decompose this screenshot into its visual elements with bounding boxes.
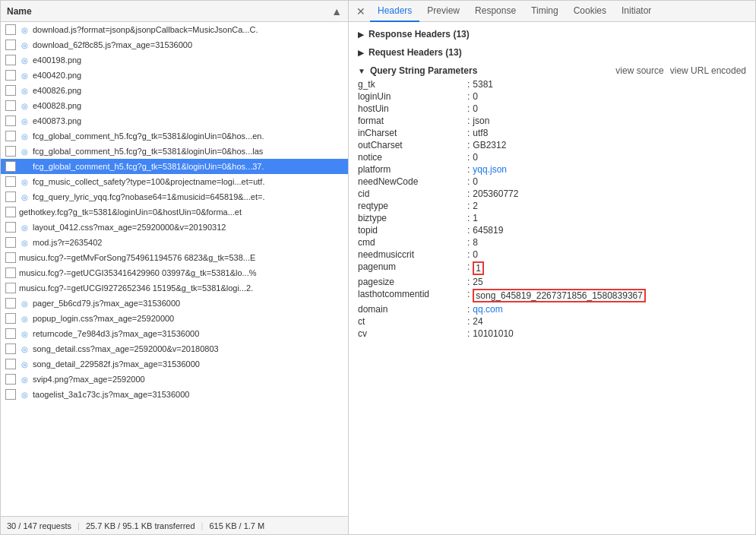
file-name-label: e400198.png <box>33 55 81 65</box>
file-list-item[interactable]: ◎fcg_global_comment_h5.fcg?g_tk=5381&log… <box>1 144 348 159</box>
param-colon: : <box>467 164 470 175</box>
query-actions: view source view URL encoded <box>615 65 746 76</box>
tab-cookies[interactable]: Cookies <box>566 1 614 22</box>
file-checkbox[interactable] <box>5 176 16 187</box>
param-colon: : <box>467 152 470 163</box>
response-headers-title: Response Headers (13) <box>369 29 470 40</box>
file-list-item[interactable]: ◎fcg_global_comment_h5.fcg?g_tk=5381&log… <box>1 159 348 174</box>
file-type-icon: ◎ <box>19 313 30 324</box>
file-checkbox[interactable] <box>5 40 16 50</box>
file-checkbox[interactable] <box>5 146 16 157</box>
response-headers-toggle[interactable]: ▶ Response Headers (13) <box>349 27 755 42</box>
file-list-item[interactable]: ◎e400198.png <box>1 52 348 68</box>
file-name-label: e400873.png <box>33 116 81 125</box>
file-list-item[interactable]: ◎song_detail_229582f.js?max_age=31536000 <box>1 356 348 372</box>
file-checkbox[interactable] <box>5 283 16 293</box>
file-checkbox[interactable] <box>5 85 16 96</box>
file-list-item[interactable]: ◎returncode_7e984d3.js?max_age=31536000 <box>1 326 348 341</box>
file-list-item[interactable]: ◎mod.js?r=2635402 <box>1 235 348 250</box>
param-value: 8 <box>473 237 478 248</box>
param-colon: : <box>467 79 470 90</box>
file-list-item[interactable]: ◎layout_0412.css?max_age=25920000&v=2019… <box>1 220 348 235</box>
file-name-label: fcg_global_comment_h5.fcg?g_tk=5381&logi… <box>33 131 264 141</box>
file-checkbox[interactable] <box>5 313 16 324</box>
param-key: cv <box>358 328 464 339</box>
file-list-item[interactable]: ◎download.js?format=jsonp&jsonpCallback=… <box>1 22 348 37</box>
view-source-link[interactable]: view source <box>615 65 663 76</box>
tab-timing[interactable]: Timing <box>524 1 566 22</box>
param-row: lasthotcommentid:song_645819_2267371856_… <box>358 288 746 303</box>
file-checkbox[interactable] <box>5 161 16 172</box>
file-checkbox[interactable] <box>5 192 16 202</box>
file-list-item[interactable]: ◎e400873.png <box>1 113 348 128</box>
file-list-item[interactable]: ◎e400420.png <box>1 68 348 83</box>
file-type-icon: ◎ <box>19 328 30 339</box>
triangle-icon: ▶ <box>358 30 364 39</box>
file-checkbox[interactable] <box>5 131 16 141</box>
param-key: needmusiccrit <box>358 249 464 260</box>
param-colon: : <box>467 213 470 223</box>
file-checkbox[interactable] <box>5 359 16 369</box>
tab-headers[interactable]: Headers <box>370 1 419 22</box>
sort-arrow-icon[interactable]: ▲ <box>331 5 342 17</box>
file-checkbox[interactable] <box>5 70 16 81</box>
file-list: ◎download.js?format=jsonp&jsonpCallback=… <box>1 22 348 516</box>
file-checkbox[interactable] <box>5 268 16 278</box>
file-list-item[interactable]: musicu.fcg?-=getUCGI353416429960 03997&g… <box>1 265 348 280</box>
param-value: 25 <box>473 277 482 287</box>
file-list-item[interactable]: ◎download_62f8c85.js?max_age=31536000 <box>1 37 348 52</box>
tab-initiator[interactable]: Initiator <box>614 1 659 22</box>
file-list-item[interactable]: ◎fcg_query_lyric_yqq.fcg?nobase64=1&musi… <box>1 189 348 204</box>
file-checkbox[interactable] <box>5 343 16 354</box>
file-list-item[interactable]: ◎svip4.png?max_age=2592000 <box>1 372 348 387</box>
param-row: loginUin:0 <box>358 90 746 103</box>
file-checkbox[interactable] <box>5 237 16 248</box>
param-key: lasthotcommentid <box>358 289 464 299</box>
file-list-item[interactable]: ◎e400826.png <box>1 83 348 98</box>
param-colon: : <box>467 277 470 287</box>
param-value: 0 <box>473 91 478 102</box>
tab-response[interactable]: Response <box>467 1 524 22</box>
request-headers-toggle[interactable]: ▶ Request Headers (13) <box>349 45 755 60</box>
file-list-item[interactable]: musicu.fcg?-=getMvForSong754961194576 68… <box>1 250 348 265</box>
file-type-icon: ◎ <box>19 161 30 172</box>
tab-preview[interactable]: Preview <box>419 1 467 22</box>
param-row: cid:205360772 <box>358 188 746 200</box>
param-value: 0 <box>473 103 478 114</box>
tab-close-button[interactable]: ✕ <box>352 5 370 17</box>
expand-triangle-icon: ▼ <box>358 67 365 75</box>
file-checkbox[interactable] <box>5 252 16 263</box>
query-string-toggle[interactable]: ▼ Query String Parameters view source vi… <box>358 63 746 78</box>
file-checkbox[interactable] <box>5 328 16 339</box>
file-list-item[interactable]: musicu.fcg?-=getUCGI9272652346 15195&g_t… <box>1 280 348 296</box>
right-content: ▶ Response Headers (13) ▶ Request Header… <box>349 22 755 534</box>
file-list-item[interactable]: gethotkey.fcg?g_tk=5381&loginUin=0&hostU… <box>1 204 348 220</box>
file-checkbox[interactable] <box>5 222 16 233</box>
param-value: qq.com <box>473 304 502 315</box>
file-checkbox[interactable] <box>5 100 16 111</box>
file-list-item[interactable]: ◎popup_login.css?max_age=25920000 <box>1 311 348 326</box>
file-checkbox[interactable] <box>5 116 16 126</box>
file-list-item[interactable]: ◎pager_5b6cd79.js?max_age=31536000 <box>1 296 348 311</box>
file-checkbox[interactable] <box>5 207 16 217</box>
file-name-label: popup_login.css?max_age=25920000 <box>33 314 174 323</box>
file-checkbox[interactable] <box>5 389 16 400</box>
file-checkbox[interactable] <box>5 55 16 65</box>
file-type-icon: ◎ <box>19 24 30 35</box>
file-checkbox[interactable] <box>5 374 16 385</box>
file-type-icon: ◎ <box>19 131 30 141</box>
file-list-item[interactable]: ◎fcg_music_collect_safety?type=100&proje… <box>1 174 348 189</box>
file-name-label: e400420.png <box>33 71 81 80</box>
param-key: cmd <box>358 237 464 248</box>
view-url-encoded-link[interactable]: view URL encoded <box>670 65 746 76</box>
file-list-item[interactable]: ◎e400828.png <box>1 98 348 113</box>
file-checkbox[interactable] <box>5 24 16 35</box>
file-checkbox[interactable] <box>5 298 16 309</box>
param-value: 2 <box>473 201 478 211</box>
left-panel: Name ▲ ◎download.js?format=jsonp&jsonpCa… <box>1 1 349 534</box>
file-list-item[interactable]: ◎fcg_global_comment_h5.fcg?g_tk=5381&log… <box>1 128 348 144</box>
file-list-item[interactable]: ◎taogelist_3a1c73c.js?max_age=31536000 <box>1 387 348 402</box>
file-type-icon: ◎ <box>19 116 30 126</box>
right-panel: ✕HeadersPreviewResponseTimingCookiesInit… <box>349 1 755 534</box>
file-list-item[interactable]: ◎song_detail.css?max_age=2592000&v=20180… <box>1 341 348 356</box>
